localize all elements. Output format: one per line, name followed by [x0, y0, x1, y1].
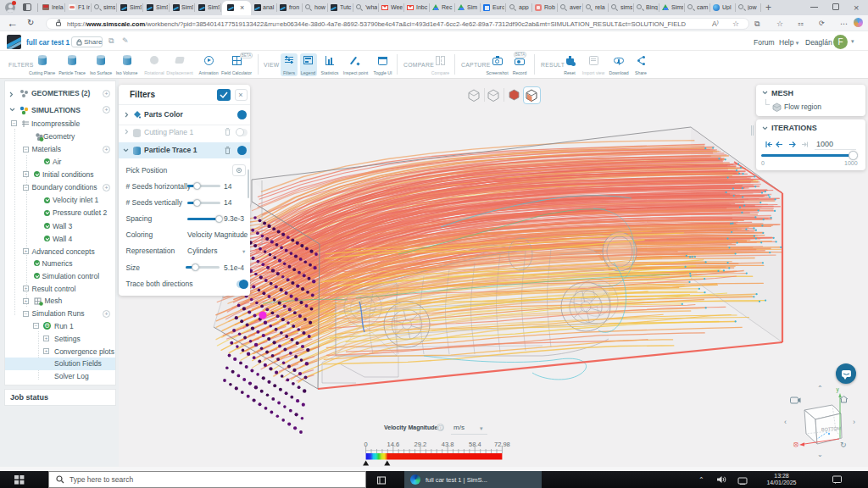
svg-text:y: y — [837, 386, 840, 393]
